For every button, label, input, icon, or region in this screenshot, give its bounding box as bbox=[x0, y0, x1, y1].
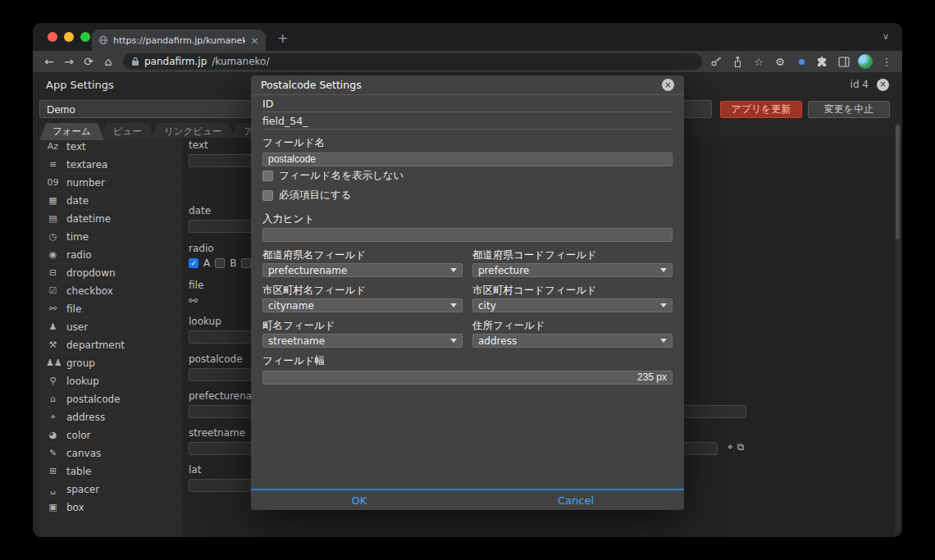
field-name-input[interactable] bbox=[262, 153, 673, 166]
postalcode-settings-dialog: Postalcode Settings × ID field_54_ フィールド… bbox=[251, 75, 684, 510]
side-panel-icon[interactable] bbox=[835, 53, 853, 70]
sidebar-item-checkbox[interactable]: ☑checkbox bbox=[39, 282, 182, 300]
tab-close-icon[interactable]: × bbox=[250, 35, 259, 46]
share-icon[interactable] bbox=[728, 53, 746, 70]
mapping-grid: 都道府県名フィールド prefecturename 都道府県コードフィールド p… bbox=[262, 247, 673, 348]
sidebar-item-box[interactable]: ▣box bbox=[39, 499, 182, 517]
ok-button[interactable]: OK bbox=[251, 490, 468, 510]
number-icon: 09 bbox=[46, 177, 60, 188]
prefecture-code-label: 都道府県コードフィールド bbox=[472, 247, 673, 263]
site-favicon-icon bbox=[98, 35, 108, 45]
hide-field-name-row[interactable]: フィールド名を表示しない bbox=[262, 166, 673, 186]
sidebar-item-group[interactable]: ♟♟group bbox=[39, 354, 182, 372]
forward-button[interactable]: → bbox=[59, 56, 79, 67]
hint-label: 入力ヒント bbox=[262, 212, 673, 226]
address-bar[interactable]: pandafirm.jp/kumaneko/ bbox=[123, 53, 702, 70]
textarea-icon: ≡ bbox=[46, 159, 60, 170]
hide-field-name-checkbox[interactable] bbox=[262, 171, 273, 181]
prefecture-code-select[interactable]: prefecture bbox=[472, 263, 673, 277]
street-name-label: 町名フィールド bbox=[262, 317, 463, 334]
profile-avatar[interactable] bbox=[856, 53, 874, 70]
street-name-select[interactable]: streetname bbox=[262, 334, 463, 348]
app-close-button[interactable]: × bbox=[877, 79, 889, 91]
hint-input[interactable] bbox=[262, 228, 673, 242]
menu-kebab-icon[interactable]: ⋮ bbox=[878, 53, 896, 70]
url-path: /kumaneko/ bbox=[212, 56, 269, 67]
browser-toolbar: ← → ⟳ ⌂ pandafirm.jp/kumaneko/ bbox=[33, 51, 902, 72]
checkbox-icon: ☑ bbox=[46, 285, 60, 296]
radio-option-c-checkbox[interactable] bbox=[241, 258, 251, 268]
postalcode-icon: ⌂ bbox=[46, 394, 60, 404]
url-domain: pandafirm.jp bbox=[144, 56, 207, 67]
field-palette: Aztext ≡textarea 09number ▦date ▤datetim… bbox=[39, 138, 182, 537]
field-width-input[interactable] bbox=[262, 371, 673, 385]
city-code-label: 市区町村コードフィールド bbox=[472, 282, 673, 298]
required-field-row[interactable]: 必須項目にする bbox=[262, 186, 673, 206]
scrollbar-thumb[interactable] bbox=[896, 125, 900, 239]
sidebar-item-radio[interactable]: ◉radio bbox=[39, 246, 182, 264]
lookup-icon: ⚲ bbox=[46, 376, 60, 386]
back-button[interactable]: ← bbox=[39, 56, 59, 67]
map-pin-icon[interactable]: ⌖ bbox=[727, 441, 733, 453]
city-code-select[interactable]: city bbox=[472, 298, 673, 312]
sidebar-item-file[interactable]: ⚯file bbox=[39, 300, 182, 318]
spacer-icon: ␣ bbox=[46, 484, 60, 494]
color-icon: ◕ bbox=[46, 430, 60, 440]
prefecture-name-select[interactable]: prefecturename bbox=[262, 263, 463, 277]
dialog-close-button[interactable]: × bbox=[662, 79, 674, 91]
sidebar-item-canvas[interactable]: ✎canvas bbox=[39, 444, 182, 462]
radio-option-a-checkbox[interactable]: ✓ bbox=[189, 258, 198, 268]
sidebar-item-lookup[interactable]: ⚲lookup bbox=[39, 372, 182, 390]
sidebar-item-department[interactable]: ⚒department bbox=[39, 336, 182, 354]
extensions-puzzle-icon[interactable] bbox=[814, 53, 832, 70]
lock-icon bbox=[131, 57, 139, 66]
zoom-window-button[interactable] bbox=[80, 32, 90, 42]
required-field-checkbox[interactable] bbox=[262, 190, 273, 201]
radio-option-b-checkbox[interactable] bbox=[215, 258, 225, 268]
new-tab-button[interactable]: + bbox=[277, 30, 288, 46]
sidebar-item-textarea[interactable]: ≡textarea bbox=[39, 156, 182, 174]
sidebar-item-datetime[interactable]: ▤datetime bbox=[39, 210, 182, 228]
user-icon: ♟ bbox=[46, 321, 60, 332]
address-field-label: 住所フィールド bbox=[472, 317, 673, 334]
sidebar-item-spacer[interactable]: ␣spacer bbox=[39, 480, 182, 499]
minimize-window-button[interactable] bbox=[64, 32, 74, 42]
discard-changes-button[interactable]: 変更を中止 bbox=[808, 101, 890, 118]
tab-search-chevron-icon[interactable]: ∨ bbox=[883, 31, 889, 42]
id-label: ID bbox=[262, 95, 673, 112]
password-key-icon[interactable] bbox=[707, 53, 725, 70]
page-title: App Settings bbox=[46, 79, 114, 91]
sidebar-item-text[interactable]: Aztext bbox=[39, 138, 182, 156]
tab-form[interactable]: フォーム bbox=[39, 123, 104, 140]
page-scrollbar[interactable] bbox=[895, 123, 901, 534]
sidebar-item-number[interactable]: 09number bbox=[39, 174, 182, 192]
chevron-down-icon bbox=[450, 303, 457, 307]
sidebar-item-postalcode[interactable]: ⌂postalcode bbox=[39, 390, 182, 408]
window-controls bbox=[48, 32, 90, 42]
cancel-button[interactable]: Cancel bbox=[468, 490, 684, 510]
open-map-icon[interactable]: ⧉ bbox=[737, 441, 745, 453]
close-window-button[interactable] bbox=[48, 32, 57, 42]
sidebar-item-dropdown[interactable]: ⊟dropdown bbox=[39, 264, 182, 282]
reload-button[interactable]: ⟳ bbox=[79, 56, 98, 67]
extension-gear-icon[interactable]: ⚙ bbox=[771, 53, 789, 70]
sidebar-item-user[interactable]: ♟user bbox=[39, 318, 182, 336]
home-button[interactable]: ⌂ bbox=[98, 56, 118, 67]
dialog-footer: OK Cancel bbox=[251, 489, 684, 510]
sidebar-item-date[interactable]: ▦date bbox=[39, 192, 182, 210]
sidebar-item-time[interactable]: ◷time bbox=[39, 228, 182, 246]
sidebar-item-color[interactable]: ◕color bbox=[39, 426, 182, 444]
sidebar-item-address[interactable]: ⌖address bbox=[39, 408, 182, 426]
browser-tab[interactable]: https://pandafirm.jp/kumaneko × bbox=[92, 30, 266, 51]
canvas-field-file[interactable]: file ⚯ bbox=[189, 280, 203, 307]
extension-dot-icon[interactable] bbox=[792, 53, 810, 70]
sidebar-item-table[interactable]: ⊞table bbox=[39, 462, 182, 480]
update-app-button[interactable]: アプリを更新 bbox=[720, 101, 802, 118]
city-name-select[interactable]: cityname bbox=[262, 298, 463, 312]
dialog-body: ID field_54_ フィールド名 フィールド名を表示しない 必須項目にする… bbox=[251, 95, 684, 385]
box-icon: ▣ bbox=[46, 502, 60, 512]
bookmark-star-icon[interactable]: ☆ bbox=[750, 53, 768, 70]
tab-strip: https://pandafirm.jp/kumaneko × + ∨ bbox=[33, 23, 902, 51]
tab-title: https://pandafirm.jp/kumaneko bbox=[113, 35, 245, 46]
address-field-select[interactable]: address bbox=[472, 334, 673, 348]
